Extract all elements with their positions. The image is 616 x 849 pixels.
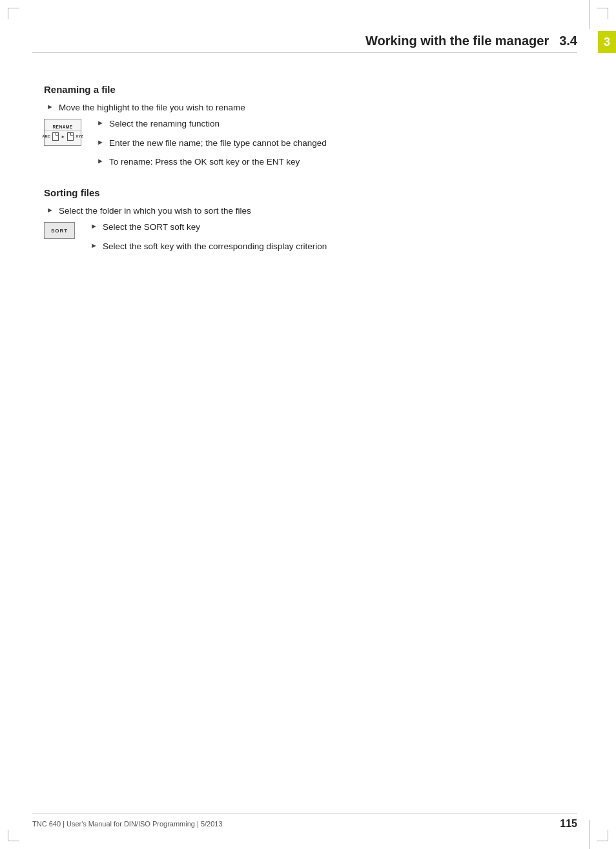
- rename-icon-box: RENAME ABC ► XYZ: [44, 119, 81, 146]
- rename-icon-label: RENAME: [45, 125, 81, 131]
- bullet-arrow-icon: ►: [90, 222, 98, 230]
- sorting-icon-group: SORT ► Select the SORT soft key ► Select…: [44, 221, 572, 256]
- sorting-sub-bullet-2: ► Select the soft key with the correspon…: [88, 240, 327, 253]
- renaming-icon-group: RENAME ABC ► XYZ ► Select the renaming f…: [44, 118, 572, 172]
- bullet-arrow-icon: ►: [97, 138, 104, 146]
- renaming-intro-bullet: ► Move the highlight to the file you wis…: [44, 101, 572, 114]
- sorting-intro-bullet: ► Select the folder in which you wish to…: [44, 205, 572, 218]
- bottom-right-line: [590, 820, 590, 849]
- renaming-sub-bullet-1: ► Select the renaming function: [94, 118, 327, 130]
- header-section: 3.4: [559, 34, 577, 48]
- renaming-intro-text: Move the highlight to the file you wish …: [59, 101, 245, 114]
- top-right-line: [590, 0, 590, 29]
- sorting-heading: Sorting files: [44, 187, 572, 198]
- rename-icon: RENAME ABC ► XYZ: [44, 119, 81, 146]
- sorting-sub-bullets: ► Select the SORT soft key ► Select the …: [88, 221, 327, 256]
- footer-text: TNC 640 | User's Manual for DIN/ISO Prog…: [32, 820, 223, 828]
- rename-arrow-icon: ►: [61, 134, 65, 139]
- rename-file-icon: [52, 132, 59, 141]
- sorting-section: Sorting files ► Select the folder in whi…: [44, 187, 572, 256]
- bullet-arrow-icon: ►: [90, 241, 98, 249]
- renaming-sub-bullet-3: ► To rename: Press the OK soft key or th…: [94, 156, 327, 169]
- sorting-sub-bullet-1: ► Select the SORT soft key: [88, 221, 327, 234]
- renaming-sub-text-3: To rename: Press the OK soft key or the …: [109, 156, 300, 169]
- renaming-section: Renaming a file ► Move the highlight to …: [44, 84, 572, 172]
- header-title: Working with the file manager: [365, 34, 549, 48]
- sort-icon-box: SORT: [44, 222, 75, 239]
- bullet-arrow-icon: ►: [97, 119, 104, 127]
- bullet-arrow-icon: ►: [46, 206, 54, 214]
- page-header: Working with the file manager 3.4: [32, 34, 577, 53]
- rename-abc-label: ABC: [42, 134, 50, 138]
- rename-xyz-label: XYZ: [76, 134, 83, 138]
- chapter-number: 3: [604, 36, 610, 48]
- sorting-sub-text-2: Select the soft key with the correspondi…: [103, 240, 327, 253]
- renaming-sub-text-2: Enter the new file name; the file type c…: [109, 137, 327, 150]
- corner-mark-tl: [8, 8, 19, 19]
- corner-mark-br: [597, 830, 608, 841]
- sorting-sub-text-1: Select the SORT soft key: [103, 221, 200, 234]
- renaming-sub-bullet-2: ► Enter the new file name; the file type…: [94, 137, 327, 150]
- chapter-tab: 3: [598, 31, 616, 53]
- rename-icon-bottom: ABC ► XYZ: [42, 131, 83, 141]
- footer-page-number: 115: [560, 818, 577, 830]
- renaming-heading: Renaming a file: [44, 84, 572, 95]
- sorting-intro-text: Select the folder in which you wish to s…: [59, 205, 251, 218]
- main-content: Renaming a file ► Move the highlight to …: [44, 84, 572, 259]
- rename-file-icon-2: [67, 132, 74, 141]
- bullet-arrow-icon: ►: [46, 103, 54, 110]
- sort-icon: SORT: [44, 222, 75, 239]
- bullet-arrow-icon: ►: [97, 157, 104, 165]
- page-footer: TNC 640 | User's Manual for DIN/ISO Prog…: [32, 813, 577, 830]
- corner-mark-bl: [8, 830, 19, 841]
- renaming-sub-text-1: Select the renaming function: [109, 118, 220, 130]
- renaming-sub-bullets: ► Select the renaming function ► Enter t…: [94, 118, 327, 172]
- corner-mark-tr: [597, 8, 608, 19]
